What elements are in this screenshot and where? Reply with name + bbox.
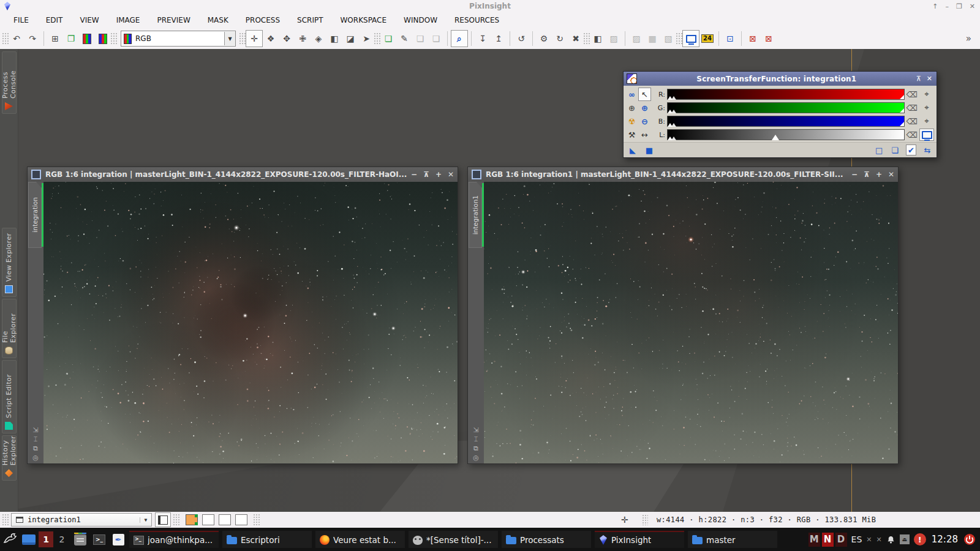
menu-item[interactable]: IMAGE <box>108 16 149 24</box>
duplicate-view-icon[interactable]: ⧉ <box>33 445 38 452</box>
raise-window-icon[interactable]: ↑ <box>932 2 938 10</box>
fit-window-icon[interactable]: ❖ <box>263 31 279 47</box>
image-window-integration1[interactable]: RGB 1:6 integration1 | masterLight_BIN-1… <box>467 167 899 464</box>
delete-process-icon[interactable]: ✖ <box>568 31 584 47</box>
color-swatch[interactable] <box>235 514 247 525</box>
split-view-icon[interactable]: ◧ <box>326 31 342 47</box>
image-window-titlebar[interactable]: RGB 1:6 integration | masterLight_BIN-1_… <box>28 167 458 182</box>
dock-tab[interactable]: Process Console <box>2 51 17 114</box>
minimize-window-icon[interactable]: − <box>851 170 858 179</box>
image-window-titlebar[interactable]: RGB 1:6 integration1 | masterLight_BIN-1… <box>468 167 898 182</box>
zoom-out-icon[interactable]: ⊖ <box>638 114 651 128</box>
track-view-icon[interactable]: ✔ <box>906 144 916 156</box>
dock-tab[interactable]: File Explorer <box>2 299 17 358</box>
color-swatch[interactable] <box>202 514 214 525</box>
taskbar-task[interactable]: Escriptori <box>222 531 312 548</box>
menu-item[interactable]: WORKSPACE <box>332 16 396 24</box>
save-process-icon[interactable]: ↥ <box>491 31 507 47</box>
view-tab[interactable]: integration <box>28 182 42 248</box>
image-identifier-icon[interactable]: ⊞ <box>47 31 63 47</box>
browse-documentation-icon[interactable]: ❏ <box>890 144 900 156</box>
edit-process-icon[interactable]: ✎ <box>396 31 412 47</box>
editor-launcher-icon[interactable]: ✒ <box>110 532 126 547</box>
taskbar-task[interactable]: joan@thinkpa... <box>129 531 219 548</box>
scroll-mode-icon[interactable]: ↔ <box>638 128 651 141</box>
fit-view-icon[interactable]: ⌶ <box>34 436 38 443</box>
menu-item[interactable]: PREVIEW <box>148 16 198 24</box>
astro-image-integration[interactable] <box>43 182 458 463</box>
center-view-icon[interactable]: ◎ <box>473 454 479 461</box>
close-window-icon[interactable]: ✕ <box>448 170 454 179</box>
channel-plot-icon[interactable] <box>919 129 934 141</box>
tray-indicator[interactable]: D <box>835 533 847 547</box>
new-image-icon[interactable]: ❐ <box>63 31 79 47</box>
power-button-icon[interactable] <box>963 533 976 545</box>
zoom-window-icon[interactable]: + <box>876 170 882 179</box>
process-settings-icon[interactable]: ⚙ <box>536 31 552 47</box>
clone-process-icon[interactable]: ❏ <box>412 31 428 47</box>
channel-reset-icon[interactable]: ⌫ <box>905 130 919 140</box>
edit-parameters-icon[interactable]: ⚒ <box>625 128 638 141</box>
new-process-icon[interactable]: ❏ <box>380 31 396 47</box>
new-instance-icon[interactable]: □ <box>874 144 884 156</box>
new-process-icon2[interactable]: ❏ <box>428 31 444 47</box>
eject-device-icon[interactable]: ⏏ <box>900 534 910 544</box>
minimize-window-icon[interactable]: – <box>945 2 949 10</box>
menu-item[interactable]: VIEW <box>71 16 107 24</box>
channel-gradient-slider[interactable] <box>667 102 905 113</box>
process-explorer-icon[interactable]: ⌕ <box>451 30 468 47</box>
fit-window-icon[interactable]: ⇲ <box>32 427 38 433</box>
taskbar-task[interactable]: Processats <box>502 531 591 548</box>
pan-mode-icon[interactable]: ✛ <box>246 30 263 47</box>
channel-reset-icon[interactable]: ⌫ <box>905 90 919 99</box>
channel-gradient-slider[interactable] <box>667 129 905 140</box>
pointer-icon[interactable]: ➤ <box>358 31 374 47</box>
fit-window-icon[interactable]: ⇲ <box>473 427 478 433</box>
zoom-mode-icon[interactable]: ◣ <box>628 144 638 156</box>
dock-tab[interactable]: View Explorer <box>2 228 17 297</box>
workspace-button[interactable]: 2 <box>55 531 69 547</box>
redo-icon[interactable]: ↷ <box>24 31 40 47</box>
show-mask-icon[interactable]: ◧ <box>590 31 606 47</box>
taskbar-task[interactable]: PixInsight <box>595 531 684 548</box>
channel-plot-icon[interactable]: ⌖ <box>919 103 934 113</box>
menu-item[interactable]: RESOURCES <box>446 16 508 24</box>
zoom-in-icon[interactable]: ⊕ <box>625 101 638 114</box>
show-desktop-icon[interactable] <box>22 534 36 545</box>
dropdown-arrow-icon[interactable]: ▼ <box>140 517 151 523</box>
channel-selector-dropdown[interactable]: RGB ▼ <box>121 31 236 47</box>
channel-reset-icon[interactable]: ⌫ <box>905 103 919 113</box>
remove-mask-icon[interactable]: ▨ <box>606 31 622 47</box>
tray-pointer-icon[interactable]: ✕ <box>876 536 882 544</box>
menu-item[interactable]: EDIT <box>37 16 72 24</box>
taskbar-task[interactable]: *[Sense títol]-... <box>409 531 498 548</box>
tray-indicator[interactable]: N <box>822 533 834 547</box>
channel-plot-icon[interactable]: ⌖ <box>919 116 934 126</box>
edit-stf-mode-icon[interactable]: ↖ <box>638 88 651 101</box>
load-process-icon[interactable]: ↧ <box>475 31 491 47</box>
channel-reset-icon[interactable]: ⌫ <box>905 117 919 126</box>
keyboard-layout-indicator[interactable]: ES <box>851 534 862 544</box>
mask-visible-icon[interactable]: ▦ <box>644 31 660 47</box>
expand-window-icon[interactable]: ◈ <box>311 31 326 47</box>
midtone-handle[interactable] <box>671 110 676 113</box>
menu-item[interactable]: FILE <box>5 16 37 24</box>
astro-image-integration1[interactable] <box>484 182 898 463</box>
center-view-icon[interactable]: ◎ <box>32 454 39 461</box>
view-tab[interactable]: integration1 <box>469 182 482 248</box>
shade-window-icon[interactable]: ⊼ <box>864 170 870 179</box>
restore-window-icon[interactable]: ❐ <box>956 2 962 10</box>
dropdown-arrow-icon[interactable]: ▼ <box>224 32 235 45</box>
minimize-window-icon[interactable]: − <box>411 170 417 179</box>
view-selector-dropdown[interactable]: integration1 ▼ <box>11 513 152 527</box>
workspace-button[interactable]: 1 <box>39 531 53 547</box>
midtone-handle[interactable] <box>671 96 676 100</box>
link-rgb-icon[interactable]: ∞ <box>625 88 638 101</box>
close-dialog-icon[interactable]: ✕ <box>927 75 932 83</box>
dock-tab[interactable]: History Explorer <box>2 435 17 481</box>
menu-item[interactable]: WINDOW <box>395 16 446 24</box>
terminal-launcher-icon[interactable]: >_ <box>91 532 107 547</box>
color-profile-icon[interactable] <box>95 31 111 47</box>
midtone-handle-center[interactable] <box>772 135 779 140</box>
mask-invert-icon[interactable]: ▧ <box>660 31 676 47</box>
